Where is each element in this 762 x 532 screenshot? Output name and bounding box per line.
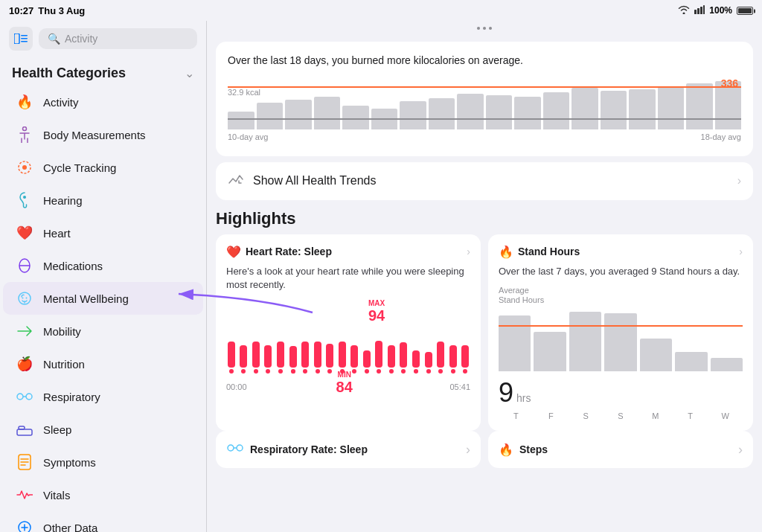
stand-value-display: 9 hrs [499, 377, 743, 408]
trend-chart: 336 32.9 kcal 10-day avg 18-day avg [228, 77, 741, 144]
battery-label: 100% [709, 5, 732, 16]
trends-chevron-icon: › [737, 174, 741, 188]
wifi-icon [678, 5, 690, 16]
chart-x-left: 10-day avg [228, 132, 268, 141]
svg-point-11 [23, 196, 26, 199]
svg-rect-19 [17, 429, 32, 435]
stand-hours-value-row: AverageStand Hours [499, 286, 743, 305]
status-bar: 10:27 Thu 3 Aug 100% [0, 0, 762, 21]
health-categories-section: Health Categories ⌄ 🔥 Activity Body Meas… [0, 57, 206, 532]
svg-point-16 [26, 298, 28, 299]
steps-card[interactable]: 🔥 Steps › [488, 431, 753, 468]
steps-left: 🔥 Steps [499, 443, 548, 457]
cycle-label: Cycle Tracking [43, 161, 116, 174]
heart-icon-highlight: ❤️ [226, 245, 241, 259]
stand-bars [499, 308, 743, 371]
heart-rate-desc: Here's a look at your heart rate while y… [226, 265, 470, 292]
body-icon [15, 125, 34, 144]
sidebar-toggle-button[interactable] [9, 27, 33, 51]
sleep-label: Sleep [43, 423, 71, 436]
show-all-trends-button[interactable]: Show All Health Trends › [216, 162, 753, 200]
battery-icon [737, 5, 753, 16]
trend-card: Over the last 18 days, you burned more k… [216, 42, 753, 156]
heart-rate-chart: MAX 94 MIN 84 00:00 05:41 [226, 299, 470, 411]
stand-value: 9 [499, 377, 513, 408]
other-icon [15, 518, 34, 532]
stand-day-labels: TFSSMTW [499, 411, 743, 420]
chart-x-right: 18-day avg [701, 132, 741, 141]
hearing-icon [15, 190, 34, 210]
heart-bars-container [226, 299, 470, 381]
search-placeholder: Activity [65, 33, 97, 45]
status-left: 10:27 Thu 3 Aug [9, 5, 85, 16]
svg-point-10 [22, 165, 27, 170]
heart-rate-sleep-card[interactable]: ❤️ Heart Rate: Sleep › Here's a look at … [216, 234, 481, 432]
date: Thu 3 Aug [38, 5, 85, 16]
heart-icon: ❤️ [15, 223, 34, 243]
respiratory-label: Respiratory [43, 391, 100, 403]
sidebar-item-respiratory[interactable]: Respiratory [3, 380, 203, 413]
sidebar-top: 🔍 Activity [0, 21, 206, 57]
symptoms-label: Symptoms [43, 456, 96, 469]
steps-icon: 🔥 [499, 443, 513, 457]
sidebar-item-other[interactable]: Other Data [3, 511, 203, 532]
svg-point-17 [17, 394, 23, 400]
sidebar-item-symptoms[interactable]: Symptoms [3, 446, 203, 478]
stand-avg-line [499, 325, 743, 327]
bottom-cards: Respiratory Rate: Sleep › 🔥 Steps › [216, 431, 753, 468]
sidebar-item-activity[interactable]: 🔥 Activity [3, 86, 203, 118]
other-label: Other Data [43, 522, 97, 533]
avg-line-orange [228, 86, 741, 88]
heart-rate-chevron-icon: › [467, 246, 470, 257]
sidebar-item-body[interactable]: Body Measurements [3, 118, 203, 151]
trend-min-value: 32.9 kcal [228, 88, 260, 97]
heart-max-label: MAX 94 [368, 299, 385, 324]
heart-rate-header: ❤️ Heart Rate: Sleep › [226, 245, 470, 259]
stand-avg-text: AverageStand Hours [499, 286, 544, 305]
heart-label: Heart [43, 227, 71, 240]
mental-label: Mental Wellbeing [43, 292, 129, 305]
respiratory-rate-card[interactable]: Respiratory Rate: Sleep › [216, 431, 481, 468]
respiratory-icon [15, 387, 34, 406]
steps-title: Steps [519, 443, 548, 455]
svg-point-18 [26, 394, 32, 400]
vitals-icon [15, 485, 34, 504]
svg-rect-0 [694, 10, 697, 14]
health-categories-chevron: ⌄ [185, 66, 194, 80]
sidebar-item-nutrition[interactable]: 🍎 Nutrition [3, 347, 203, 380]
nutrition-icon: 🍎 [15, 354, 34, 374]
svg-point-15 [22, 298, 24, 299]
three-dots [207, 21, 762, 36]
stand-hours-header: 🔥 Stand Hours › [499, 245, 743, 259]
body-label: Body Measurements [43, 129, 146, 141]
svg-rect-3 [703, 5, 705, 14]
search-bar[interactable]: 🔍 Activity [39, 28, 197, 49]
time: 10:27 [9, 5, 33, 16]
sidebar-item-hearing[interactable]: Hearing [3, 184, 203, 217]
symptoms-icon [15, 452, 34, 472]
sidebar-item-vitals[interactable]: Vitals [3, 478, 203, 511]
mobility-label: Mobility [43, 325, 81, 338]
trend-bar-chart [228, 77, 741, 129]
sidebar-item-mental[interactable]: Mental Wellbeing [3, 282, 203, 315]
svg-rect-20 [19, 426, 25, 429]
svg-rect-6 [21, 38, 28, 39]
medications-label: Medications [43, 260, 103, 272]
main-layout: 🔍 Activity Health Categories ⌄ 🔥 Activit… [0, 21, 762, 532]
svg-rect-1 [697, 8, 699, 14]
show-all-trends-label: Show All Health Trends [253, 174, 729, 188]
sidebar-item-mobility[interactable]: Mobility [3, 315, 203, 347]
sidebar-item-heart[interactable]: ❤️ Heart [3, 217, 203, 249]
health-categories-header[interactable]: Health Categories ⌄ [0, 57, 206, 86]
svg-point-28 [228, 445, 234, 451]
stand-hours-card[interactable]: 🔥 Stand Hours › Over the last 7 days, yo… [488, 234, 753, 432]
stand-hours-title: Stand Hours [518, 246, 580, 257]
respiratory-rate-icon [226, 441, 244, 458]
chart-footer: 10-day avg 18-day avg [228, 132, 741, 141]
sidebar-item-medications[interactable]: Medications [3, 249, 203, 282]
status-right: 100% [678, 5, 753, 16]
hearing-label: Hearing [43, 194, 83, 207]
respiratory-rate-chevron-icon: › [466, 442, 470, 458]
sidebar-item-sleep[interactable]: Sleep [3, 413, 203, 446]
sidebar-item-cycle[interactable]: Cycle Tracking [3, 151, 203, 184]
